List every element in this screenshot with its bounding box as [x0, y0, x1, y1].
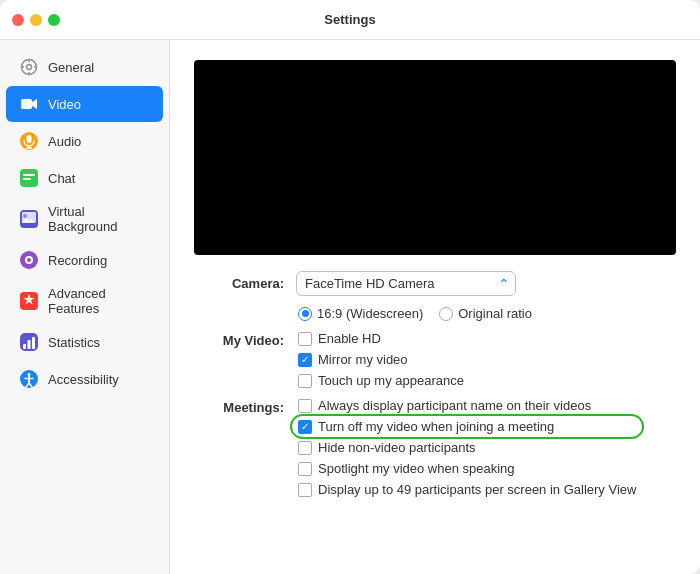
- camera-label: Camera:: [194, 276, 284, 291]
- sidebar-item-accessibility[interactable]: Accessibility: [6, 361, 163, 397]
- radio-original-dot: [439, 307, 453, 321]
- sidebar-label-virtual-background: Virtual Background: [48, 204, 151, 234]
- option-enable-hd[interactable]: Enable HD: [298, 331, 464, 346]
- label-hide-non-video: Hide non-video participants: [318, 440, 476, 455]
- label-touch-up: Touch up my appearance: [318, 373, 464, 388]
- general-icon: [18, 56, 40, 78]
- checkbox-mirror-video: [298, 353, 312, 367]
- option-always-display[interactable]: Always display participant name on their…: [298, 398, 636, 413]
- sidebar-item-virtual-background[interactable]: Virtual Background: [6, 197, 163, 241]
- sidebar-item-audio[interactable]: Audio: [6, 123, 163, 159]
- option-spotlight[interactable]: Spotlight my video when speaking: [298, 461, 636, 476]
- sidebar-item-chat[interactable]: Chat: [6, 160, 163, 196]
- my-video-row: My Video: Enable HD Mirror my video: [194, 331, 676, 388]
- checkbox-display-49: [298, 483, 312, 497]
- radio-widescreen-dot: [298, 307, 312, 321]
- sidebar-item-general[interactable]: General: [6, 49, 163, 85]
- video-preview: [194, 60, 676, 255]
- checkbox-hide-non-video: [298, 441, 312, 455]
- audio-icon: [18, 130, 40, 152]
- svg-point-16: [23, 214, 27, 218]
- svg-point-19: [27, 258, 31, 262]
- close-button[interactable]: [12, 14, 24, 26]
- svg-rect-22: [23, 344, 26, 349]
- checkbox-spotlight: [298, 462, 312, 476]
- checkbox-touch-up: [298, 374, 312, 388]
- meetings-options: Always display participant name on their…: [298, 398, 636, 497]
- sidebar-item-video[interactable]: Video: [6, 86, 163, 122]
- window-controls: [12, 14, 60, 26]
- window-title: Settings: [324, 12, 375, 27]
- svg-rect-13: [23, 178, 31, 180]
- svg-rect-8: [27, 135, 32, 143]
- chat-icon: [18, 167, 40, 189]
- sidebar: General Video: [0, 40, 170, 574]
- title-bar: Settings: [0, 0, 700, 40]
- option-touch-up[interactable]: Touch up my appearance: [298, 373, 464, 388]
- checkbox-enable-hd: [298, 332, 312, 346]
- svg-rect-6: [21, 99, 32, 109]
- svg-rect-12: [23, 174, 35, 176]
- option-turn-off-video[interactable]: Turn off my video when joining a meeting: [298, 419, 636, 434]
- ratio-widescreen-label: 16:9 (Widescreen): [317, 306, 423, 321]
- checkbox-always-display: [298, 399, 312, 413]
- content-area: General Video: [0, 40, 700, 574]
- statistics-icon: [18, 331, 40, 353]
- sidebar-item-advanced-features[interactable]: Advanced Features: [6, 279, 163, 323]
- sidebar-label-accessibility: Accessibility: [48, 372, 119, 387]
- camera-select[interactable]: FaceTime HD Camera: [296, 271, 516, 296]
- label-spotlight: Spotlight my video when speaking: [318, 461, 515, 476]
- ratio-radio-group: 16:9 (Widescreen) Original ratio: [298, 306, 532, 321]
- sidebar-label-recording: Recording: [48, 253, 107, 268]
- sidebar-label-general: General: [48, 60, 94, 75]
- maximize-button[interactable]: [48, 14, 60, 26]
- ratio-original[interactable]: Original ratio: [439, 306, 532, 321]
- label-display-49: Display up to 49 participants per screen…: [318, 482, 636, 497]
- sidebar-item-statistics[interactable]: Statistics: [6, 324, 163, 360]
- sidebar-item-recording[interactable]: Recording: [6, 242, 163, 278]
- svg-point-1: [27, 65, 32, 70]
- sidebar-label-chat: Chat: [48, 171, 75, 186]
- settings-window: Settings General: [0, 0, 700, 574]
- label-mirror-video: Mirror my video: [318, 352, 408, 367]
- video-icon: [18, 93, 40, 115]
- my-video-options: Enable HD Mirror my video Touch up my ap…: [298, 331, 464, 388]
- recording-icon: [18, 249, 40, 271]
- sidebar-label-advanced-features: Advanced Features: [48, 286, 151, 316]
- label-enable-hd: Enable HD: [318, 331, 381, 346]
- accessibility-icon: [18, 368, 40, 390]
- ratio-widescreen[interactable]: 16:9 (Widescreen): [298, 306, 423, 321]
- checkbox-turn-off-video: [298, 420, 312, 434]
- option-display-49[interactable]: Display up to 49 participants per screen…: [298, 482, 636, 497]
- option-hide-non-video[interactable]: Hide non-video participants: [298, 440, 636, 455]
- virtual-background-icon: [18, 208, 40, 230]
- svg-rect-23: [28, 340, 31, 349]
- sidebar-label-audio: Audio: [48, 134, 81, 149]
- camera-select-wrapper[interactable]: FaceTime HD Camera ⌃: [296, 271, 516, 296]
- sidebar-label-video: Video: [48, 97, 81, 112]
- advanced-features-icon: [18, 290, 40, 312]
- ratio-row: 16:9 (Widescreen) Original ratio: [194, 306, 676, 321]
- meetings-row: Meetings: Always display participant nam…: [194, 398, 676, 497]
- sidebar-label-statistics: Statistics: [48, 335, 100, 350]
- label-always-display: Always display participant name on their…: [318, 398, 591, 413]
- camera-row: Camera: FaceTime HD Camera ⌃: [194, 271, 676, 296]
- option-mirror-video[interactable]: Mirror my video: [298, 352, 464, 367]
- svg-rect-24: [32, 337, 35, 349]
- minimize-button[interactable]: [30, 14, 42, 26]
- ratio-original-label: Original ratio: [458, 306, 532, 321]
- main-panel: Camera: FaceTime HD Camera ⌃ 16:9 (Wides…: [170, 40, 700, 574]
- my-video-label: My Video:: [194, 331, 284, 348]
- meetings-label: Meetings:: [194, 398, 284, 415]
- label-turn-off-video: Turn off my video when joining a meeting: [318, 419, 554, 434]
